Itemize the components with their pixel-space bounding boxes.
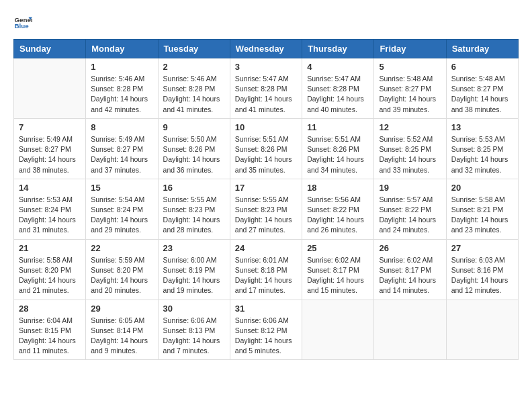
calendar-day-cell: 8Sunrise: 5:49 AM Sunset: 8:27 PM Daylig…: [86, 118, 158, 179]
day-info: Sunrise: 5:53 AM Sunset: 8:24 PM Dayligh…: [19, 195, 81, 236]
calendar-day-cell: 2Sunrise: 5:46 AM Sunset: 8:28 PM Daylig…: [158, 58, 230, 119]
calendar-week-row: 7Sunrise: 5:49 AM Sunset: 8:27 PM Daylig…: [14, 118, 519, 179]
day-number: 15: [91, 183, 152, 193]
day-number: 4: [307, 62, 369, 72]
day-info: Sunrise: 6:00 AM Sunset: 8:19 PM Dayligh…: [163, 255, 225, 296]
day-number: 21: [19, 243, 81, 253]
day-number: 31: [235, 304, 297, 314]
day-info: Sunrise: 5:54 AM Sunset: 8:24 PM Dayligh…: [91, 195, 152, 236]
calendar-day-cell: 12Sunrise: 5:52 AM Sunset: 8:25 PM Dayli…: [374, 118, 446, 179]
day-number: 17: [235, 183, 297, 193]
day-number: 6: [451, 62, 513, 72]
weekday-header: Wednesday: [230, 40, 302, 58]
calendar-day-cell: 16Sunrise: 5:55 AM Sunset: 8:23 PM Dayli…: [158, 179, 230, 239]
day-number: 7: [19, 122, 81, 132]
calendar-day-cell: 15Sunrise: 5:54 AM Sunset: 8:24 PM Dayli…: [86, 179, 158, 239]
day-number: 28: [19, 304, 81, 314]
day-number: 13: [451, 122, 513, 132]
calendar: SundayMondayTuesdayWednesdayThursdayFrid…: [13, 39, 519, 360]
day-info: Sunrise: 5:48 AM Sunset: 8:27 PM Dayligh…: [451, 74, 513, 115]
calendar-day-cell: 20Sunrise: 5:58 AM Sunset: 8:21 PM Dayli…: [446, 179, 518, 239]
day-info: Sunrise: 5:49 AM Sunset: 8:27 PM Dayligh…: [19, 134, 81, 175]
weekday-header: Sunday: [14, 40, 86, 58]
day-info: Sunrise: 5:51 AM Sunset: 8:26 PM Dayligh…: [307, 134, 369, 175]
day-info: Sunrise: 5:55 AM Sunset: 8:23 PM Dayligh…: [163, 195, 225, 236]
day-number: 11: [307, 122, 369, 132]
calendar-day-cell: 9Sunrise: 5:50 AM Sunset: 8:26 PM Daylig…: [158, 118, 230, 179]
logo: General Blue: [13, 13, 32, 32]
calendar-week-row: 21Sunrise: 5:58 AM Sunset: 8:20 PM Dayli…: [14, 239, 519, 300]
calendar-day-cell: 22Sunrise: 5:59 AM Sunset: 8:20 PM Dayli…: [86, 239, 158, 300]
day-number: 1: [91, 62, 152, 72]
day-info: Sunrise: 6:06 AM Sunset: 8:13 PM Dayligh…: [163, 316, 225, 357]
day-info: Sunrise: 6:03 AM Sunset: 8:16 PM Dayligh…: [451, 255, 513, 296]
calendar-day-cell: 13Sunrise: 5:53 AM Sunset: 8:25 PM Dayli…: [446, 118, 518, 179]
day-info: Sunrise: 5:57 AM Sunset: 8:22 PM Dayligh…: [379, 195, 441, 236]
calendar-day-cell: [374, 300, 446, 360]
calendar-header-row: SundayMondayTuesdayWednesdayThursdayFrid…: [14, 40, 519, 58]
calendar-day-cell: 28Sunrise: 6:04 AM Sunset: 8:15 PM Dayli…: [14, 300, 86, 360]
calendar-day-cell: 17Sunrise: 5:55 AM Sunset: 8:23 PM Dayli…: [230, 179, 302, 239]
calendar-day-cell: 23Sunrise: 6:00 AM Sunset: 8:19 PM Dayli…: [158, 239, 230, 300]
calendar-day-cell: 24Sunrise: 6:01 AM Sunset: 8:18 PM Dayli…: [230, 239, 302, 300]
weekday-header: Monday: [86, 40, 158, 58]
day-info: Sunrise: 6:02 AM Sunset: 8:17 PM Dayligh…: [307, 255, 369, 296]
day-info: Sunrise: 5:58 AM Sunset: 8:20 PM Dayligh…: [19, 255, 81, 296]
calendar-day-cell: 4Sunrise: 5:47 AM Sunset: 8:28 PM Daylig…: [302, 58, 374, 119]
day-number: 12: [379, 122, 441, 132]
calendar-day-cell: [302, 300, 374, 360]
day-number: 22: [91, 243, 152, 253]
day-info: Sunrise: 5:52 AM Sunset: 8:25 PM Dayligh…: [379, 134, 441, 175]
day-number: 2: [163, 62, 225, 72]
calendar-day-cell: 26Sunrise: 6:02 AM Sunset: 8:17 PM Dayli…: [374, 239, 446, 300]
day-number: 5: [379, 62, 441, 72]
day-number: 26: [379, 243, 441, 253]
day-info: Sunrise: 5:48 AM Sunset: 8:27 PM Dayligh…: [379, 74, 441, 115]
day-number: 23: [163, 243, 225, 253]
calendar-day-cell: 25Sunrise: 6:02 AM Sunset: 8:17 PM Dayli…: [302, 239, 374, 300]
calendar-day-cell: 21Sunrise: 5:58 AM Sunset: 8:20 PM Dayli…: [14, 239, 86, 300]
day-info: Sunrise: 6:06 AM Sunset: 8:12 PM Dayligh…: [235, 316, 297, 357]
calendar-week-row: 28Sunrise: 6:04 AM Sunset: 8:15 PM Dayli…: [14, 300, 519, 360]
header: General Blue: [13, 13, 519, 32]
calendar-day-cell: [14, 58, 86, 119]
calendar-day-cell: 10Sunrise: 5:51 AM Sunset: 8:26 PM Dayli…: [230, 118, 302, 179]
calendar-day-cell: 29Sunrise: 6:05 AM Sunset: 8:14 PM Dayli…: [86, 300, 158, 360]
calendar-day-cell: 14Sunrise: 5:53 AM Sunset: 8:24 PM Dayli…: [14, 179, 86, 239]
day-info: Sunrise: 6:04 AM Sunset: 8:15 PM Dayligh…: [19, 316, 81, 357]
day-number: 3: [235, 62, 297, 72]
calendar-week-row: 14Sunrise: 5:53 AM Sunset: 8:24 PM Dayli…: [14, 179, 519, 239]
day-number: 9: [163, 122, 225, 132]
day-number: 10: [235, 122, 297, 132]
calendar-day-cell: 31Sunrise: 6:06 AM Sunset: 8:12 PM Dayli…: [230, 300, 302, 360]
calendar-day-cell: 1Sunrise: 5:46 AM Sunset: 8:28 PM Daylig…: [86, 58, 158, 119]
weekday-header: Saturday: [446, 40, 518, 58]
day-info: Sunrise: 5:56 AM Sunset: 8:22 PM Dayligh…: [307, 195, 369, 236]
calendar-day-cell: 30Sunrise: 6:06 AM Sunset: 8:13 PM Dayli…: [158, 300, 230, 360]
day-number: 27: [451, 243, 513, 253]
day-number: 24: [235, 243, 297, 253]
day-number: 29: [91, 304, 152, 314]
day-info: Sunrise: 5:46 AM Sunset: 8:28 PM Dayligh…: [91, 74, 152, 115]
day-info: Sunrise: 5:59 AM Sunset: 8:20 PM Dayligh…: [91, 255, 152, 296]
day-info: Sunrise: 5:58 AM Sunset: 8:21 PM Dayligh…: [451, 195, 513, 236]
calendar-week-row: 1Sunrise: 5:46 AM Sunset: 8:28 PM Daylig…: [14, 58, 519, 119]
day-number: 19: [379, 183, 441, 193]
weekday-header: Friday: [374, 40, 446, 58]
day-info: Sunrise: 6:02 AM Sunset: 8:17 PM Dayligh…: [379, 255, 441, 296]
day-number: 25: [307, 243, 369, 253]
day-info: Sunrise: 5:51 AM Sunset: 8:26 PM Dayligh…: [235, 134, 297, 175]
day-number: 14: [19, 183, 81, 193]
day-info: Sunrise: 6:05 AM Sunset: 8:14 PM Dayligh…: [91, 316, 152, 357]
day-info: Sunrise: 6:01 AM Sunset: 8:18 PM Dayligh…: [235, 255, 297, 296]
calendar-day-cell: 3Sunrise: 5:47 AM Sunset: 8:28 PM Daylig…: [230, 58, 302, 119]
day-number: 20: [451, 183, 513, 193]
weekday-header: Thursday: [302, 40, 374, 58]
day-info: Sunrise: 5:46 AM Sunset: 8:28 PM Dayligh…: [163, 74, 225, 115]
day-info: Sunrise: 5:55 AM Sunset: 8:23 PM Dayligh…: [235, 195, 297, 236]
calendar-day-cell: 11Sunrise: 5:51 AM Sunset: 8:26 PM Dayli…: [302, 118, 374, 179]
calendar-day-cell: [446, 300, 518, 360]
day-info: Sunrise: 5:47 AM Sunset: 8:28 PM Dayligh…: [235, 74, 297, 115]
day-number: 16: [163, 183, 225, 193]
logo-icon: General Blue: [13, 13, 32, 32]
